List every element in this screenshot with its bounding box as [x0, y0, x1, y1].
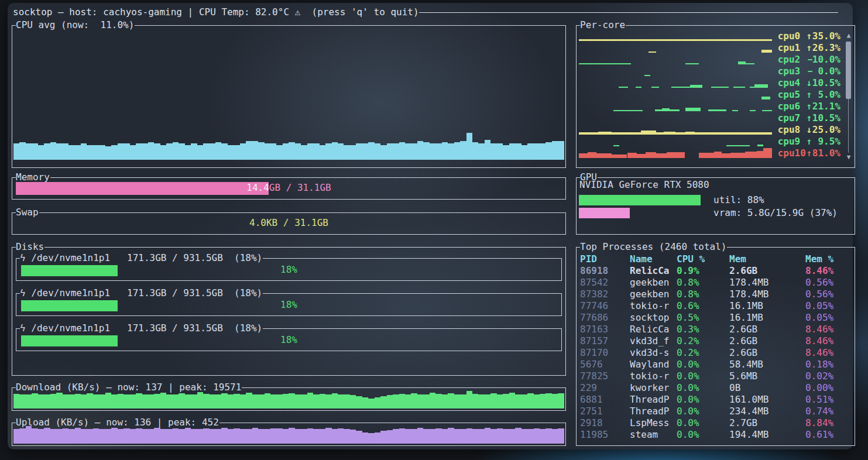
memory-gauge: 14.4GB / 31.1GB 14.4GB / 31.1GB	[16, 182, 562, 195]
process-name: ThreadP	[630, 394, 669, 406]
scroll-up-icon[interactable]: ▲	[845, 32, 852, 39]
gpu-util-label: util: 88%	[713, 194, 764, 206]
chart-bar	[136, 393, 142, 408]
chart-bar	[185, 145, 191, 160]
process-mem-percent: 8.46%	[805, 347, 833, 359]
chart-bar	[534, 428, 540, 444]
chart-bar	[350, 395, 356, 408]
chart-bar	[258, 429, 264, 444]
chart-bar	[118, 143, 123, 160]
chart-bar	[56, 393, 62, 408]
process-mem: 194.4MB	[729, 429, 768, 441]
trend-up-icon: ↑	[806, 112, 812, 124]
chart-bar	[63, 143, 68, 160]
chart-bar	[552, 394, 558, 408]
chart-bar	[442, 429, 448, 444]
chart-bar	[228, 394, 234, 408]
chart-bar	[338, 394, 344, 408]
chart-bar	[160, 145, 166, 160]
chart-bar	[68, 394, 74, 408]
chart-bar	[417, 394, 423, 408]
spark-segment	[726, 145, 750, 146]
core-label-cpu0: cpu0 ↑35.0%	[778, 30, 840, 42]
chart-bar	[313, 143, 319, 160]
process-row: 77686socktop0.5%16.1MB0.05%	[577, 312, 855, 324]
process-mem: 178.4MB	[729, 289, 768, 300]
chart-bar	[503, 394, 509, 408]
chart-bar	[301, 394, 307, 408]
chart-bar	[423, 429, 429, 444]
chart-bar	[19, 394, 25, 408]
gpu-vram-bar	[579, 208, 630, 218]
chart-bar	[81, 429, 87, 444]
core-label-cpu10: cpu10↑81.0%	[778, 147, 840, 159]
chart-bar	[191, 394, 197, 408]
chart-bar	[515, 394, 521, 408]
chart-bar	[240, 143, 246, 160]
chart-bar	[265, 393, 270, 408]
chart-bar	[197, 145, 203, 160]
chart-bar	[75, 394, 81, 408]
process-mem-percent: 8.46%	[805, 335, 833, 347]
core-sparkline	[579, 30, 772, 41]
core-percent: 81.0%	[812, 147, 840, 159]
chart-bar	[118, 394, 123, 408]
chart-bar	[430, 393, 435, 408]
per-core-scrollbar[interactable]: ▲ ▼	[845, 31, 852, 163]
process-mem-percent: 0.74%	[805, 406, 833, 417]
chart-bar	[270, 143, 276, 160]
core-sparkline	[579, 54, 772, 64]
flash-drive-icon: ϟ	[20, 252, 31, 263]
chart-bar	[38, 394, 44, 408]
scroll-down-icon[interactable]: ▼	[845, 154, 852, 161]
chart-bar	[234, 145, 239, 160]
process-pid: 87382	[580, 289, 608, 300]
core-label-cpu1: cpu1 ↑26.3%	[778, 42, 840, 54]
chart-bar	[142, 143, 148, 160]
chart-bar	[265, 143, 270, 160]
chart-bar	[540, 394, 545, 408]
disks-panel: Disks ϟ /dev/nvme1n1p1 171.3GB / 931.5GB…	[12, 247, 566, 376]
chart-bar	[234, 428, 239, 444]
chart-bar	[522, 394, 527, 408]
process-row: 229kworker0.0%0B0.00%	[577, 382, 855, 394]
chart-bar	[87, 393, 92, 408]
chart-bar	[228, 429, 234, 444]
chart-bar	[210, 143, 215, 160]
process-pid: 87157	[580, 335, 608, 347]
chart-bar	[81, 394, 87, 408]
chart-bar	[417, 428, 423, 444]
spark-segment	[685, 63, 699, 64]
core-percent: 26.3%	[812, 42, 840, 53]
chart-bar	[13, 143, 19, 160]
spark-segment	[644, 75, 650, 76]
chart-bar	[454, 429, 460, 444]
chart-bar	[148, 142, 154, 160]
chart-bar	[93, 394, 99, 408]
disk-entry: ϟ /dev/nvme1n1p1 171.3GB / 931.5GB (18%)…	[16, 258, 562, 281]
chart-bar	[210, 429, 215, 444]
process-name: vkd3d-s	[630, 347, 669, 359]
chart-bar	[148, 394, 154, 408]
chart-bar	[63, 428, 68, 444]
chart-bar	[215, 394, 221, 408]
chart-bar	[435, 143, 441, 160]
spark-segment	[757, 145, 763, 146]
chart-bar	[240, 429, 246, 444]
column-header: Mem %	[805, 253, 833, 265]
chart-bar	[460, 141, 466, 160]
chart-bar	[13, 394, 19, 408]
chart-bar	[362, 143, 368, 160]
chart-bar	[123, 394, 129, 408]
chart-bar	[545, 142, 551, 160]
trend-up-icon: ↑	[806, 136, 812, 147]
core-label-cpu3: cpu3 -- 0.0%	[778, 66, 840, 77]
chart-bar	[399, 428, 405, 444]
column-header: PID	[580, 253, 597, 265]
processes-panel: Top Processes (2460 total) PIDNameCPU %M…	[576, 247, 855, 446]
scrollbar-thumb[interactable]	[846, 42, 851, 99]
chart-bar	[509, 143, 515, 160]
process-mem: 161.0MB	[729, 394, 768, 406]
chart-bar	[448, 143, 454, 160]
core-percent: 0.0%	[812, 66, 840, 77]
